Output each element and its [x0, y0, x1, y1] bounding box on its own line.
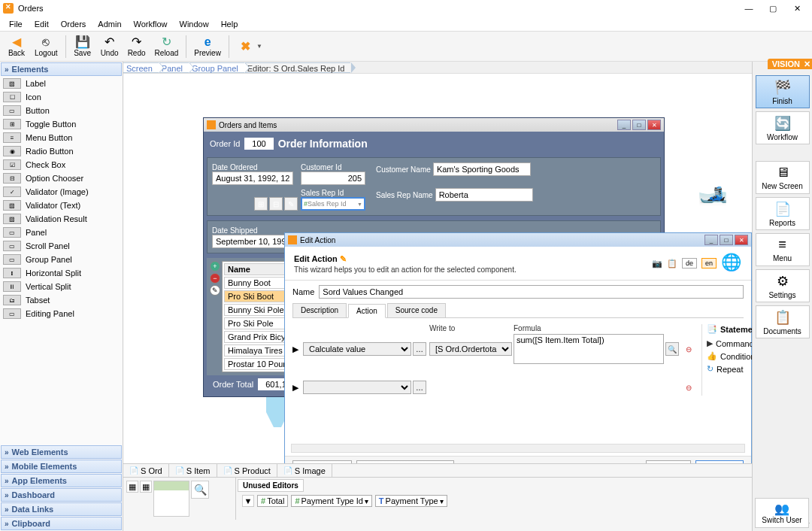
operation-browse-button[interactable]: … [413, 381, 426, 394]
sidebar-item[interactable]: ▭Button [0, 104, 123, 117]
toolbar-icon-2[interactable]: 📋 [667, 259, 677, 269]
sidebar-section-header[interactable]: »Mobile Elements [1, 460, 122, 473]
row-delete-button[interactable]: ⊖ [682, 342, 695, 356]
layout-grid[interactable] [153, 481, 189, 517]
customer-id-field[interactable] [301, 171, 365, 185]
unused-payment-type-field[interactable]: T Payment Type ▾ [375, 495, 447, 507]
sidebar-item[interactable]: ▭Panel [0, 226, 123, 239]
vision-settings-button[interactable]: ⚙Settings▼ [756, 269, 810, 302]
vision-workflow-button[interactable]: 🔄Workflow [756, 111, 810, 144]
breadcrumb-editor[interactable]: Editor: S Ord.Sales Rep Id [244, 62, 351, 73]
sidebar-item[interactable]: ⊟Option Chooser [0, 171, 123, 185]
bottom-tab-sproduct[interactable]: 📄 S Product [217, 464, 277, 477]
customer-name-field[interactable] [433, 162, 531, 176]
lang-de-button[interactable]: de [682, 258, 697, 269]
sidebar-item[interactable]: ▨Validation Result [0, 212, 123, 226]
menu-help[interactable]: Help [215, 18, 244, 30]
grid-icon-2[interactable]: ▦ [140, 481, 152, 493]
operation-select-empty[interactable] [303, 381, 411, 394]
row-expand-icon[interactable]: ▶ [292, 344, 301, 354]
unused-payment-type-id-field[interactable]: # Payment Type Id ▾ [291, 495, 371, 507]
menu-workflow[interactable]: Workflow [128, 18, 174, 30]
vision-reports-button[interactable]: 📄Reports▼ [756, 197, 810, 230]
panel-button-1[interactable]: ⊞ [254, 197, 268, 211]
dialog-maximize-button[interactable]: □ [720, 235, 733, 245]
row-expand-icon[interactable]: ▶ [292, 383, 301, 393]
formula-browse-button[interactable]: 🔍 [665, 342, 679, 356]
sidebar-section-header[interactable]: »Data Links [1, 502, 122, 516]
sidebar-item[interactable]: 🗂Tabset [0, 293, 123, 307]
subwindow-maximize-button[interactable]: □ [632, 120, 646, 130]
toolbar-save-button[interactable]: 💾Save [69, 35, 96, 59]
sidebar-item[interactable]: ⫼Vertical Split [0, 280, 123, 293]
toolbar-back-button[interactable]: ◀Back [3, 35, 30, 59]
sidebar-item[interactable]: ☑Check Box [0, 158, 123, 171]
write-to-select[interactable]: [S Ord.Ordertotal] [429, 342, 512, 356]
date-ordered-field[interactable] [212, 171, 293, 185]
vision-new-screen-button[interactable]: 🖥New Screen▼ [756, 161, 810, 194]
sidebar-section-header[interactable]: »Clipboard [1, 517, 122, 530]
bottom-tab-sord[interactable]: 📄 S Ord [123, 464, 169, 477]
item-edit-button[interactable]: ✎ [210, 285, 220, 296]
tab-source[interactable]: Source code [387, 303, 446, 317]
panel-button-2[interactable]: ⊟ [269, 197, 283, 211]
sidebar-item[interactable]: ▭Group Panel [0, 253, 123, 266]
vision-documents-button[interactable]: 📋Documents▼ [756, 305, 810, 338]
window-minimize-button[interactable]: — [737, 2, 761, 15]
item-remove-button[interactable]: − [210, 273, 220, 284]
toolbar-redo-button[interactable]: ↷Redo [123, 35, 150, 59]
window-maximize-button[interactable]: ▢ [761, 2, 785, 15]
toolbar-undo-button[interactable]: ↶Undo [96, 35, 123, 59]
toolbar-logout-button[interactable]: ⎋Logout [30, 35, 62, 59]
sidebar-item[interactable]: ✓Validator (Image) [0, 185, 123, 199]
sidebar-item[interactable]: ▭Scroll Panel [0, 239, 123, 253]
sidebar-item[interactable]: ☐Icon [0, 90, 123, 104]
menu-file[interactable]: File [3, 18, 29, 30]
sidebar-item[interactable]: ▨Label [0, 77, 123, 90]
action-name-field[interactable] [319, 285, 744, 299]
sidebar-item[interactable]: ⊞Toggle Button [0, 117, 123, 131]
filter-icon[interactable]: ▼ [242, 495, 254, 507]
dialog-minimize-button[interactable]: _ [704, 235, 718, 245]
sidebar-item[interactable]: ▭Editing Panel [0, 307, 123, 320]
lang-en-button[interactable]: en [701, 258, 717, 269]
sidebar-section-header[interactable]: »Web Elements [1, 445, 122, 459]
sidebar-item[interactable]: ▨Validator (Text) [0, 199, 123, 212]
sidebar-section-header[interactable]: »Dashboard [1, 488, 122, 502]
subwindow-minimize-button[interactable]: _ [617, 120, 631, 130]
sidebar-section-header[interactable]: »App Elements [1, 474, 122, 487]
vision-finish-button[interactable]: 🏁Finish [756, 75, 810, 108]
sales-rep-name-field[interactable] [435, 188, 533, 202]
menu-admin[interactable]: Admin [92, 18, 127, 30]
vision-menu-button[interactable]: ≡Menu▼ [756, 233, 810, 266]
toolbar-icon-1[interactable]: 📷 [652, 259, 662, 269]
breadcrumb-screen[interactable]: Screen [123, 62, 159, 73]
formula-field[interactable]: sum([S Item.Item Total]) [514, 334, 664, 364]
vision-close-button[interactable]: ✕ [804, 59, 810, 69]
item-add-button[interactable]: + [210, 261, 220, 272]
unused-total-field[interactable]: # Total [257, 495, 288, 507]
sidebar-header-elements[interactable]: » Elements [1, 62, 122, 76]
sidebar-item[interactable]: ◉Radio Button [0, 144, 123, 158]
zoom-icon[interactable]: 🔍 [191, 481, 209, 499]
operation-select[interactable]: Calculate value [303, 342, 411, 356]
breadcrumb-group-panel[interactable]: Group Panel [189, 62, 244, 73]
operation-browse-button[interactable]: … [413, 342, 426, 356]
sidebar-item[interactable]: ⫿Horizontal Split [0, 266, 123, 280]
tab-action[interactable]: Action [348, 304, 386, 318]
toolbar-app-dropdown[interactable]: ▼ [256, 43, 262, 50]
order-id-value[interactable]: 100 [244, 138, 273, 150]
tab-description[interactable]: Description [292, 303, 347, 317]
sidebar-item[interactable]: ≡Menu Button [0, 131, 123, 144]
subwindow-close-button[interactable]: ✕ [647, 120, 661, 130]
dialog-close-button[interactable]: ✕ [735, 235, 748, 245]
toolbar-app-button[interactable]: ✖ [232, 39, 259, 54]
toolbar-reload-button[interactable]: ↻Reload [150, 35, 183, 59]
row-delete-button[interactable]: ⊖ [682, 381, 695, 394]
toolbar-preview-button[interactable]: ePreview [189, 35, 226, 59]
horizontal-scrollbar[interactable] [291, 444, 745, 453]
menu-orders[interactable]: Orders [55, 18, 92, 30]
grid-icon-1[interactable]: ▦ [126, 481, 138, 493]
window-close-button[interactable]: ✕ [785, 2, 809, 15]
subwindow-titlebar[interactable]: Orders and Items _ □ ✕ [204, 118, 664, 132]
